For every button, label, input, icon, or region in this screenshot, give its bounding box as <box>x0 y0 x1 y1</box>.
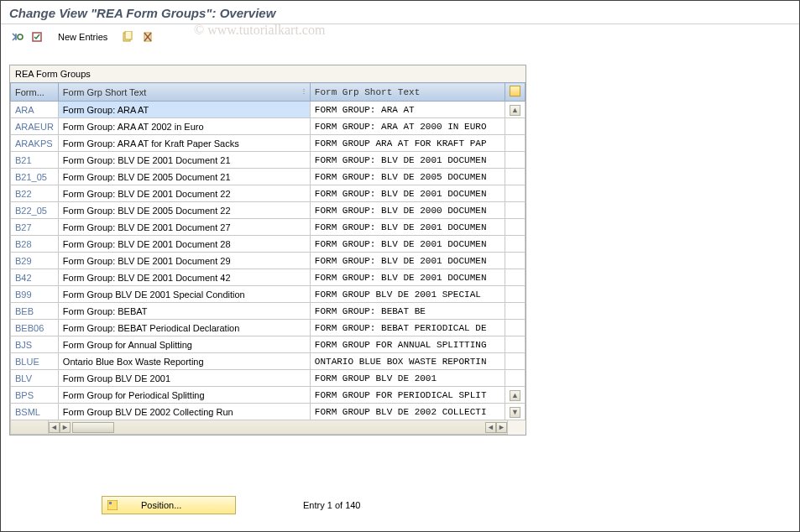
cell-code[interactable]: BLUE <box>11 353 59 370</box>
vertical-scrollbar-cell[interactable] <box>505 135 525 152</box>
column-header-code[interactable]: Form... <box>11 83 59 102</box>
table-row[interactable]: ARAForm Group: ARA ATFORM GROUP: ARA AT▲ <box>11 102 525 118</box>
cell-text2[interactable]: FORM GROUP: BLV DE 2001 DOCUMEN <box>310 236 505 253</box>
table-row[interactable]: BJSForm Group for Annual SplittingFORM G… <box>11 336 525 353</box>
vertical-scrollbar-cell[interactable] <box>505 219 525 236</box>
vertical-scrollbar-cell[interactable] <box>505 152 525 169</box>
vertical-scrollbar-cell[interactable] <box>505 202 525 219</box>
cell-code[interactable]: BSML <box>11 404 59 420</box>
cell-text1[interactable]: Form Group BLV DE 2001 Special Condition <box>58 286 310 303</box>
cell-code[interactable]: ARAEUR <box>11 118 59 135</box>
cell-text2[interactable]: FORM GROUP: BLV DE 2001 DOCUMEN <box>310 219 505 236</box>
cell-text1[interactable]: Ontario Blue Box Waste Reporting <box>58 353 310 370</box>
cell-text2[interactable]: FORM GROUP BLV DE 2001 SPECIAL <box>310 286 505 303</box>
cell-code[interactable]: ARA <box>11 102 59 118</box>
table-row[interactable]: BPSForm Group for Periodical SplittingFO… <box>11 387 525 404</box>
select-icon[interactable] <box>29 29 46 44</box>
cell-text1[interactable]: Form Group: BLV DE 2005 Document 21 <box>58 169 310 185</box>
horizontal-scrollbar[interactable]: ◄ ► ◄ ► <box>10 420 508 435</box>
table-row[interactable]: BSMLForm Group BLV DE 2002 Collecting Ru… <box>11 404 525 420</box>
cell-text2[interactable]: FORM GROUP BLV DE 2001 <box>310 370 505 387</box>
cell-text2[interactable]: FORM GROUP ARA AT FOR KRAFT PAP <box>310 135 505 152</box>
column-config[interactable] <box>505 83 525 102</box>
vertical-scrollbar-cell[interactable] <box>505 253 525 269</box>
cell-text1[interactable]: Form Group: BLV DE 2001 Document 22 <box>58 185 310 202</box>
cell-text2[interactable]: FORM GROUP: BLV DE 2001 DOCUMEN <box>310 152 505 169</box>
scroll-right-end-button[interactable]: ► <box>496 422 507 433</box>
column-header-text2[interactable]: Form Grp Short Text <box>310 83 505 102</box>
table-row[interactable]: BEB06Form Group: BEBAT Periodical Declar… <box>11 320 525 336</box>
vertical-scrollbar-cell[interactable] <box>505 286 525 303</box>
toggle-display-icon[interactable] <box>9 29 26 44</box>
cell-text2[interactable]: ONTARIO BLUE BOX WASTE REPORTIN <box>310 353 505 370</box>
scroll-down-button[interactable]: ▼ <box>510 407 520 418</box>
table-row[interactable]: ARAKPSForm Group: ARA AT for Kraft Paper… <box>11 135 525 152</box>
cell-text2[interactable]: FORM GROUP: BLV DE 2000 DOCUMEN <box>310 202 505 219</box>
cell-text2[interactable]: FORM GROUP: BEBAT BE <box>310 303 505 320</box>
cell-code[interactable]: BLV <box>11 370 59 387</box>
vertical-scrollbar-cell[interactable] <box>505 303 525 320</box>
vertical-scrollbar-cell[interactable] <box>505 269 525 286</box>
table-settings-icon[interactable] <box>510 86 520 96</box>
cell-code[interactable]: B21 <box>11 152 59 169</box>
cell-text1[interactable]: Form Group for Periodical Splitting <box>58 387 310 404</box>
cell-text1[interactable]: Form Group: BEBAT <box>58 303 310 320</box>
cell-text2[interactable]: FORM GROUP: BLV DE 2001 DOCUMEN <box>310 269 505 286</box>
table-row[interactable]: B27Form Group: BLV DE 2001 Document 27FO… <box>11 219 525 236</box>
cell-code[interactable]: BJS <box>11 336 59 353</box>
cell-text2[interactable]: FORM GROUP: ARA AT 2000 IN EURO <box>310 118 505 135</box>
scroll-thumb[interactable] <box>72 422 114 433</box>
cell-code[interactable]: B28 <box>11 236 59 253</box>
cell-text2[interactable]: FORM GROUP BLV DE 2002 COLLECTI <box>310 404 505 420</box>
table-row[interactable]: B21Form Group: BLV DE 2001 Document 21FO… <box>11 152 525 169</box>
cell-code[interactable]: B29 <box>11 253 59 269</box>
table-row[interactable]: B42Form Group: BLV DE 2001 Document 42FO… <box>11 269 525 286</box>
table-row[interactable]: B22Form Group: BLV DE 2001 Document 22FO… <box>11 185 525 202</box>
vertical-scrollbar-cell[interactable] <box>505 236 525 253</box>
cell-text1[interactable]: Form Group: ARA AT for Kraft Paper Sacks <box>58 135 310 152</box>
table-row[interactable]: B28Form Group: BLV DE 2001 Document 28FO… <box>11 236 525 253</box>
table-row[interactable]: B99Form Group BLV DE 2001 Special Condit… <box>11 286 525 303</box>
vertical-scrollbar-cell[interactable]: ▼ <box>505 404 525 420</box>
column-header-text1[interactable]: Form Grp Short Text⋮ <box>58 83 310 102</box>
scroll-up-page-button[interactable]: ▲ <box>510 390 520 401</box>
scroll-left-button[interactable]: ◄ <box>49 422 60 433</box>
cell-code[interactable]: BPS <box>11 387 59 404</box>
vertical-scrollbar-cell[interactable] <box>505 320 525 336</box>
cell-text1[interactable]: Form Group for Annual Splitting <box>58 336 310 353</box>
vertical-scrollbar-cell[interactable]: ▲ <box>505 387 525 404</box>
cell-code[interactable]: B22_05 <box>11 202 59 219</box>
table-row[interactable]: ARAEURForm Group: ARA AT 2002 in EuroFOR… <box>11 118 525 135</box>
cell-code[interactable]: B99 <box>11 286 59 303</box>
cell-text1[interactable]: Form Group: BLV DE 2005 Document 22 <box>58 202 310 219</box>
cell-code[interactable]: B42 <box>11 269 59 286</box>
vertical-scrollbar-cell[interactable] <box>505 185 525 202</box>
scroll-up-button[interactable]: ▲ <box>510 105 520 116</box>
vertical-scrollbar-cell[interactable] <box>505 169 525 185</box>
vertical-scrollbar-cell[interactable] <box>505 336 525 353</box>
cell-text1[interactable]: Form Group: BLV DE 2001 Document 28 <box>58 236 310 253</box>
table-row[interactable]: BLVForm Group BLV DE 2001FORM GROUP BLV … <box>11 370 525 387</box>
copy-icon[interactable] <box>119 29 136 44</box>
cell-code[interactable]: ARAKPS <box>11 135 59 152</box>
table-row[interactable]: BLUEOntario Blue Box Waste ReportingONTA… <box>11 353 525 370</box>
cell-text1[interactable]: Form Group: BEBAT Periodical Declaration <box>58 320 310 336</box>
table-row[interactable]: B21_05Form Group: BLV DE 2005 Document 2… <box>11 169 525 185</box>
cell-text1[interactable]: Form Group: BLV DE 2001 Document 29 <box>58 253 310 269</box>
cell-text1[interactable]: Form Group: BLV DE 2001 Document 42 <box>58 269 310 286</box>
cell-text2[interactable]: FORM GROUP: BLV DE 2005 DOCUMEN <box>310 169 505 185</box>
delete-icon[interactable] <box>139 29 156 44</box>
cell-text2[interactable]: FORM GROUP: BLV DE 2001 DOCUMEN <box>310 185 505 202</box>
cell-text2[interactable]: FORM GROUP FOR ANNUAL SPLITTING <box>310 336 505 353</box>
cell-code[interactable]: BEB06 <box>11 320 59 336</box>
scroll-right-button[interactable]: ► <box>60 422 71 433</box>
table-row[interactable]: B29Form Group: BLV DE 2001 Document 29FO… <box>11 253 525 269</box>
cell-text1[interactable]: Form Group: ARA AT 2002 in Euro <box>58 118 310 135</box>
scroll-left-end-button[interactable]: ◄ <box>485 422 496 433</box>
cell-text1[interactable]: Form Group BLV DE 2001 <box>58 370 310 387</box>
position-button[interactable]: Position... <box>102 496 236 514</box>
new-entries-button[interactable]: New Entries <box>53 30 112 44</box>
cell-code[interactable]: BEB <box>11 303 59 320</box>
cell-text1[interactable]: Form Group: BLV DE 2001 Document 21 <box>58 152 310 169</box>
cell-text2[interactable]: FORM GROUP: BEBAT PERIODICAL DE <box>310 320 505 336</box>
